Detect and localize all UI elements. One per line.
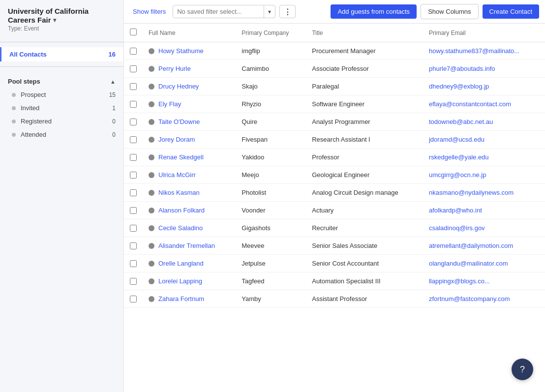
table-body: Howy Stathume imgflip Procurement Manage… xyxy=(124,42,545,308)
row-checkbox-cell xyxy=(124,255,143,272)
help-button[interactable]: ? xyxy=(512,359,533,380)
contact-name-link[interactable]: Perry Hurle xyxy=(158,65,191,72)
pool-steps-list: Prospect 15 Invited 1 Registered 0 Atten… xyxy=(0,88,123,141)
add-guests-button[interactable]: Add guests from contacts xyxy=(331,4,417,19)
row-title-cell: Senior Sales Associate xyxy=(306,237,423,255)
row-name-cell: Lorelei Lapping xyxy=(143,272,236,290)
table-row: Nikos Kasman Photolist Analog Circuit De… xyxy=(124,184,545,202)
contact-name-link[interactable]: Drucy Hedney xyxy=(158,83,199,90)
email-link[interactable]: todowneb@abc.net.au xyxy=(429,118,493,125)
show-columns-button[interactable]: Show Columns xyxy=(421,4,478,19)
row-checkbox[interactable] xyxy=(130,225,137,232)
toolbar: Show filters ▾ ⋮ Add guests from contact… xyxy=(124,0,545,24)
row-checkbox[interactable] xyxy=(130,172,137,179)
pool-step-item[interactable]: Prospect 15 xyxy=(0,88,123,101)
sidebar-event-label: Careers Fair xyxy=(8,16,51,24)
row-company-cell: Tagfeed xyxy=(236,272,306,290)
sidebar-header: University of California Careers Fair ▾ … xyxy=(0,0,123,37)
table-row: Taite O'Downe Quire Analyst Programmer t… xyxy=(124,113,545,131)
email-link[interactable]: afolkardp@who.int xyxy=(429,207,482,214)
contact-name-link[interactable]: Orelle Langland xyxy=(158,260,204,267)
status-dot-icon xyxy=(149,261,154,267)
pool-step-item[interactable]: Registered 0 xyxy=(0,115,123,128)
pool-step-count: 15 xyxy=(109,91,116,98)
row-company-cell: Photolist xyxy=(236,184,306,202)
sidebar-divider-2 xyxy=(0,66,123,67)
email-link[interactable]: eflaya@constantcontact.com xyxy=(429,100,511,108)
contacts-table: Full Name Primary Company Title Primary … xyxy=(124,24,545,308)
table-row: Howy Stathume imgflip Procurement Manage… xyxy=(124,42,545,60)
contact-name-link[interactable]: Renae Skedgell xyxy=(158,153,204,161)
create-contact-button[interactable]: Create Contact xyxy=(483,4,539,19)
contact-name-link[interactable]: Ulrica McGirr xyxy=(158,171,196,179)
contact-name-link[interactable]: Nikos Kasman xyxy=(158,189,200,196)
email-link[interactable]: llappingx@blogs.co... xyxy=(429,277,490,285)
row-name-cell: Nikos Kasman xyxy=(143,184,236,202)
contact-name-link[interactable]: Alanson Folkard xyxy=(158,207,205,214)
row-checkbox[interactable] xyxy=(130,65,137,72)
row-email-cell: csaladinoq@irs.gov xyxy=(423,219,545,237)
filter-dropdown-chevron-icon[interactable]: ▾ xyxy=(264,6,275,18)
row-name-cell: Ely Flay xyxy=(143,95,236,113)
pool-step-label: Prospect xyxy=(21,91,109,98)
contact-name-link[interactable]: Lorelei Lapping xyxy=(158,277,202,285)
email-link[interactable]: atremellant@dailymotion.com xyxy=(429,242,513,249)
contact-name-link[interactable]: Cecile Saladino xyxy=(158,224,203,232)
sidebar-all-contacts[interactable]: All Contacts 16 xyxy=(0,47,123,61)
row-checkbox[interactable] xyxy=(130,242,137,249)
email-link[interactable]: rskedgelle@yale.edu xyxy=(429,153,489,161)
row-checkbox-cell xyxy=(124,42,143,60)
pool-step-dot-icon xyxy=(12,106,16,110)
row-checkbox[interactable] xyxy=(130,189,137,196)
row-checkbox[interactable] xyxy=(130,296,137,302)
table-row: Cecile Saladino Gigashots Recruiter csal… xyxy=(124,219,545,237)
contact-name-link[interactable]: Jorey Doram xyxy=(158,136,195,143)
filter-select-input[interactable] xyxy=(173,5,264,18)
contact-name-link[interactable]: Ely Flay xyxy=(158,100,181,108)
contact-name-link[interactable]: Alisander Tremellan xyxy=(158,242,215,249)
row-checkbox[interactable] xyxy=(130,83,137,90)
row-email-cell: dhedney9@exblog.jp xyxy=(423,78,545,95)
contact-name-link[interactable]: Howy Stathume xyxy=(158,47,204,55)
email-link[interactable]: umcgirrg@ocn.ne.jp xyxy=(429,171,486,179)
email-link[interactable]: howy.stathume837@mailinato... xyxy=(429,47,519,55)
email-link[interactable]: jdoramd@ucsd.edu xyxy=(429,136,484,143)
email-link[interactable]: olanglandu@mailinator.com xyxy=(429,260,508,267)
pool-step-count: 1 xyxy=(112,105,116,112)
main-area: Show filters ▾ ⋮ Add guests from contact… xyxy=(124,0,545,392)
row-checkbox[interactable] xyxy=(130,136,137,143)
email-link[interactable]: nkasmano@nydailynews.com xyxy=(429,189,514,196)
select-all-checkbox[interactable] xyxy=(130,29,137,35)
row-checkbox[interactable] xyxy=(130,101,137,108)
row-checkbox-cell xyxy=(124,60,143,78)
status-dot-icon xyxy=(149,172,154,178)
show-filters-button[interactable]: Show filters xyxy=(130,6,169,17)
row-checkbox[interactable] xyxy=(130,48,137,55)
email-link[interactable]: phurle7@aboutads.info xyxy=(429,65,495,72)
row-checkbox[interactable] xyxy=(130,260,137,267)
row-name-cell: Renae Skedgell xyxy=(143,149,236,166)
status-dot-icon xyxy=(149,208,154,213)
row-checkbox-cell xyxy=(124,166,143,184)
row-title-cell: Paralegal xyxy=(306,78,423,95)
sidebar-event-name[interactable]: Careers Fair ▾ xyxy=(8,16,116,24)
row-company-cell: Meejo xyxy=(236,166,306,184)
row-checkbox[interactable] xyxy=(130,119,137,125)
contact-name-link[interactable]: Taite O'Downe xyxy=(158,118,200,125)
pool-step-dot-icon xyxy=(12,120,16,123)
pool-step-label: Invited xyxy=(21,104,112,112)
filter-more-options-button[interactable]: ⋮ xyxy=(279,5,296,18)
row-checkbox[interactable] xyxy=(130,154,137,161)
email-link[interactable]: csaladinoq@irs.gov xyxy=(429,224,485,232)
email-link[interactable]: dhedney9@exblog.jp xyxy=(429,83,489,90)
row-name-cell: Cecile Saladino xyxy=(143,219,236,237)
table-col-email: Primary Email xyxy=(423,24,545,42)
pool-step-item[interactable]: Attended 0 xyxy=(0,128,123,141)
row-checkbox[interactable] xyxy=(130,207,137,214)
row-checkbox[interactable] xyxy=(130,278,137,285)
email-link[interactable]: zfortnum@fastcompany.com xyxy=(429,295,510,302)
pool-steps-chevron-icon[interactable]: ▲ xyxy=(110,79,116,85)
row-checkbox-cell xyxy=(124,219,143,237)
contact-name-link[interactable]: Zahara Fortnum xyxy=(158,295,204,302)
pool-step-item[interactable]: Invited 1 xyxy=(0,101,123,115)
